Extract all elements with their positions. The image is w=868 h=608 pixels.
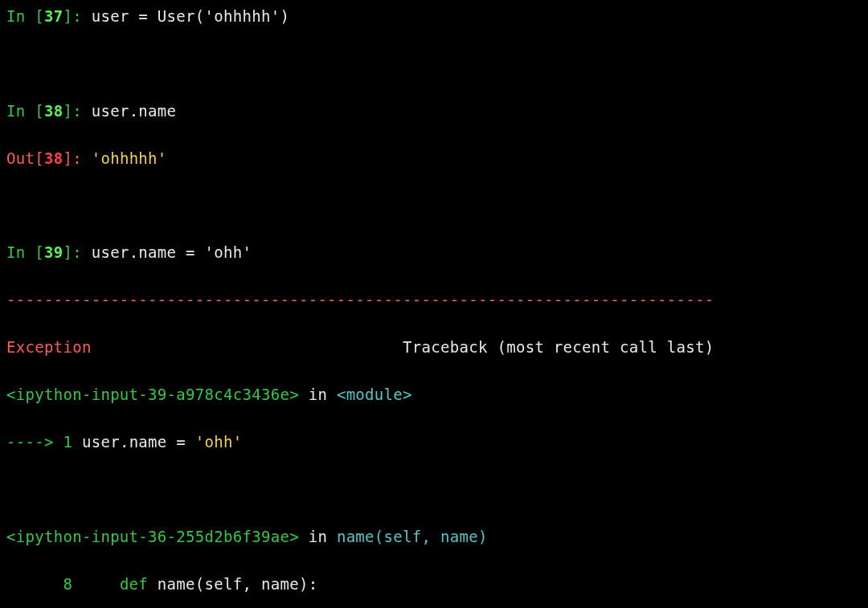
in-close: ]: bbox=[63, 7, 91, 25]
out-num: 38 bbox=[44, 149, 63, 167]
out-value: 'ohhhhh' bbox=[92, 149, 167, 167]
blank bbox=[6, 52, 862, 75]
out-label: Out[ bbox=[6, 149, 44, 167]
blank bbox=[6, 478, 862, 501]
tb-dash: ----------------------------------------… bbox=[6, 288, 862, 312]
ipython-terminal[interactable]: In [37]: user = User('ohhhhh') In [38]: … bbox=[6, 5, 862, 608]
exception-name: Exception bbox=[6, 338, 92, 356]
blank bbox=[6, 194, 862, 218]
tb-header: Exception Traceback (most recent call la… bbox=[6, 336, 862, 359]
in-line-37: In [37]: user = User('ohhhhh') bbox=[6, 5, 862, 28]
in-line-39: In [39]: user.name = 'ohh' bbox=[6, 241, 862, 264]
tb-frame-1: <ipython-input-39-a978c4c3436e> in <modu… bbox=[6, 383, 862, 406]
tb-func: name(self, name) bbox=[337, 528, 488, 545]
in-label: In [ bbox=[6, 7, 44, 25]
tb-right: Traceback (most recent call last) bbox=[403, 338, 714, 356]
tb-module: <module> bbox=[337, 386, 412, 403]
in-line-38: In [38]: user.name bbox=[6, 100, 862, 123]
in-num: 37 bbox=[44, 7, 63, 25]
tb-frame-2: <ipython-input-36-255d2b6f39ae> in name(… bbox=[6, 525, 862, 549]
code-text: user = User('ohhhhh') bbox=[92, 7, 290, 25]
tb-arrow-1: ----> 1 user.name = 'ohh' bbox=[6, 430, 862, 454]
tb-file: <ipython-input-39-a978c4c3436e> bbox=[6, 386, 299, 403]
tb-src-8: 8 def name(self, name): bbox=[6, 573, 862, 596]
out-line-38: Out[38]: 'ohhhhh' bbox=[6, 147, 862, 170]
